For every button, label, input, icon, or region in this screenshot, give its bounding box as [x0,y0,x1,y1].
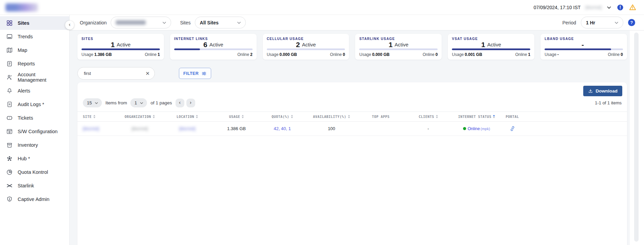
column-header-availability[interactable]: AVAILABILITY(%) [305,115,358,119]
top-bar: 07/09/2024, 17:10 IST [blurred] [0,0,644,15]
items-range-label: 1-1 of 1 items [595,100,622,105]
column-header-clients[interactable]: CLIENTS [404,115,453,119]
page-select[interactable]: 1 [130,98,147,107]
sort-icon [93,115,95,118]
notification-badge-button[interactable] [617,4,624,11]
card-title: INTERNET LINKS [174,37,253,41]
grid-icon [6,20,13,26]
chevron-down-icon [606,5,612,10]
user-menu-label: [blurred] [585,5,602,10]
download-button[interactable]: Download [583,86,623,96]
shield-icon [6,196,13,203]
sidebar: Sites Trends Map Reports Account Managem… [0,15,70,245]
quota-cell[interactable]: 42, 40, 1 [259,126,305,131]
sidebar-item-tickets[interactable]: Tickets [0,111,69,125]
column-header-location[interactable]: LOCATION [161,115,214,119]
sidebar-item-sw-configuration[interactable]: S/W Configuration [0,125,69,138]
page-size-value: 15 [87,100,92,105]
search-input[interactable] [83,70,145,76]
sidebar-item-starlink[interactable]: Starlink [0,179,69,192]
bell-icon [6,87,13,94]
card-usage [174,52,175,57]
usage-bar [81,48,160,50]
usage-bar [545,48,623,50]
site-link-redacted[interactable]: [blurred] [83,126,99,131]
sidebar-item-map[interactable]: Map [0,43,69,57]
card-suffix: Active [394,42,408,47]
card-online: Online0 [423,52,438,57]
card-usage: Usage1.386 GB [81,52,112,57]
sidebar-item-captive-admin[interactable]: Captive Admin [0,192,69,206]
sidebar-item-label: Quota Kontrol [18,169,48,175]
download-button-label: Download [596,88,618,94]
table-row: [blurred] [blurred] [blurred] 1.386 GB 4… [77,122,627,136]
sidebar-item-hub[interactable]: Hub * [0,152,69,165]
download-icon [588,88,593,94]
filter-button-label: FILTER [183,71,199,76]
sidebar-item-alerts[interactable]: Alerts [0,84,69,98]
reports-icon [6,60,13,67]
sidebar-item-reports[interactable]: Reports [0,57,69,70]
internet-status-cell: Online (mpk) [463,126,490,131]
location-link-redacted[interactable]: [blurred] [179,126,196,131]
sidebar-item-sites[interactable]: Sites [0,16,69,30]
card-usage: Usage0.000 GB [359,52,389,57]
column-header-usage[interactable]: USAGE [214,115,259,119]
search-box: ✕ [77,67,155,80]
column-header-internet-status[interactable]: INTERNET STATUS [453,115,500,119]
user-icon [6,74,13,81]
pages-count-label: of 1 pages [150,100,172,105]
sidebar-item-label: Hub * [18,156,30,161]
chevron-down-icon [162,20,167,25]
sidebar-item-label: Inventory [18,142,38,148]
chevron-down-icon [94,101,98,105]
warning-button[interactable] [629,3,637,11]
column-header-quota[interactable]: QUOTA(%) [259,115,305,119]
tune-sliders-icon [201,71,207,76]
sidebar-item-label: Captive Admin [18,197,50,202]
status-label: Online [467,126,480,131]
stat-card-internet-links: INTERNET LINKS 6Active Online2 [170,34,257,60]
table-header-row: SITE ORGANIZATION LOCATION USAGE QUOTA(%… [77,111,627,122]
chevron-left-icon: ‹ [179,100,181,106]
sidebar-item-account-management[interactable]: Account Management [0,70,69,84]
sidebar-item-label: Trends [18,34,33,39]
card-usage: Usage0.001 GB [452,52,482,57]
help-icon: ? [630,20,633,25]
app-logo[interactable] [5,3,38,12]
document-icon [6,101,13,108]
sites-select[interactable]: All Sites [195,17,246,28]
card-value: 6 [203,41,207,48]
portal-link-button[interactable] [510,126,515,131]
sidebar-item-audit-logs[interactable]: Audit Logs * [0,98,69,111]
card-title: CELLULAR USAGE [267,37,345,41]
ticket-icon [6,115,13,121]
sidebar-collapse-button[interactable]: ‹ [65,21,74,29]
stat-card-cellular-usage: CELLULAR USAGE 2Active Usage0.000 GBOnli… [263,34,349,60]
organization-select[interactable] [111,17,171,28]
user-menu-chevron[interactable] [606,5,612,10]
sidebar-item-quota-kontrol[interactable]: Quota Kontrol [0,165,69,179]
vertical-scrollbar[interactable] [634,33,639,242]
card-online: Online2 [237,52,252,57]
datetime-label: 07/09/2024, 17:10 IST [534,5,581,10]
column-header-site[interactable]: SITE [83,115,118,119]
help-button[interactable]: ? [628,19,635,26]
page-size-select[interactable]: 15 [83,98,102,107]
period-select[interactable]: 1 Hr [581,17,623,28]
sidebar-item-label: Starlink [18,183,34,188]
online-status-dot [463,127,466,130]
column-header-organization[interactable]: ORGANIZATION [118,115,161,119]
starlink-icon [6,182,13,189]
stat-card-lband-usage: LBAND USAGE - Usage-Online0 [540,34,627,60]
next-page-button[interactable]: › [186,99,195,107]
prev-page-button[interactable]: ‹ [176,99,184,107]
card-online: Online1 [515,52,530,57]
clear-search-button[interactable]: ✕ [145,70,150,77]
sidebar-item-inventory[interactable]: Inventory [0,138,69,152]
status-qualifier: (mpk) [481,127,490,131]
filter-button[interactable]: FILTER [179,68,211,79]
sort-icon [436,115,438,118]
sidebar-item-trends[interactable]: Trends [0,30,69,43]
card-value: 1 [111,41,115,48]
